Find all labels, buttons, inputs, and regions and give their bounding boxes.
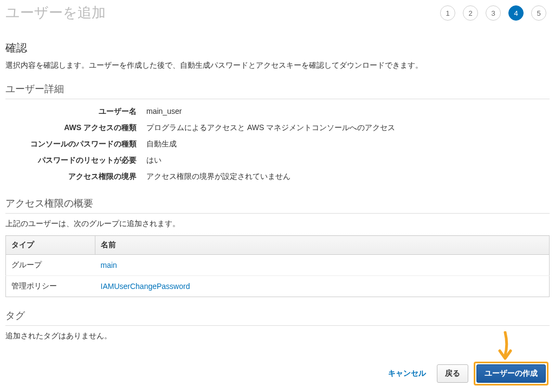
step-3[interactable]: 3 [486,5,501,21]
permissions-col-type: タイプ [6,236,95,255]
permissions-col-name: 名前 [95,236,550,255]
permissions-heading: アクセス権限の概要 [5,197,550,214]
step-2[interactable]: 2 [463,5,478,21]
detail-row-password-type: コンソールのパスワードの種類 自動生成 [5,136,550,152]
detail-row-username: ユーザー名 main_user [5,104,550,120]
detail-value: プログラムによるアクセスと AWS マネジメントコンソールへのアクセス [146,123,395,133]
confirm-description: 選択内容を確認します。ユーザーを作成した後で、自動生成パスワードとアクセスキーを… [5,61,550,70]
detail-label: コンソールのパスワードの種類 [5,139,146,149]
back-button[interactable]: 戻る [437,364,468,383]
detail-row-permission-boundary: アクセス権限の境界 アクセス権限の境界が設定されていません [5,169,550,185]
perm-name-link[interactable]: main [101,261,117,269]
tags-description: 追加されたタグはありません。 [5,331,550,341]
create-button-highlight: ユーザーの作成 [474,362,548,385]
table-row: 管理ポリシー IAMUserChangePassword [6,276,550,297]
permissions-description: 上記のユーザーは、次のグループに追加されます。 [5,219,550,229]
footer-actions: キャンセル 戻る ユーザーの作成 [383,362,548,385]
wizard-steps: 1 2 3 4 5 [440,3,550,21]
step-5[interactable]: 5 [531,5,546,21]
detail-label: ユーザー名 [5,107,146,117]
detail-value: アクセス権限の境界が設定されていません [146,172,291,182]
table-row: グループ main [6,255,550,276]
perm-type: グループ [6,255,95,276]
cancel-button[interactable]: キャンセル [383,364,431,383]
page-title: ユーザーを追加 [5,3,106,22]
detail-value: main_user [146,107,182,117]
perm-name-link[interactable]: IAMUserChangePassword [101,282,190,291]
detail-label: AWS アクセスの種類 [5,123,146,133]
detail-row-password-reset: パスワードのリセットが必要 はい [5,152,550,169]
user-details-heading: ユーザー詳細 [5,82,550,99]
permissions-table: タイプ 名前 グループ main 管理ポリシー IAMUserChangePas… [5,235,550,297]
user-details: ユーザー名 main_user AWS アクセスの種類 プログラムによるアクセス… [5,104,550,185]
tags-heading: タグ [5,309,550,326]
perm-type: 管理ポリシー [6,276,95,297]
detail-value: はい [146,156,162,165]
detail-label: アクセス権限の境界 [5,172,146,182]
confirm-heading: 確認 [5,41,550,55]
create-user-button[interactable]: ユーザーの作成 [476,364,546,383]
detail-row-access-type: AWS アクセスの種類 プログラムによるアクセスと AWS マネジメントコンソー… [5,120,550,136]
detail-label: パスワードのリセットが必要 [5,156,146,165]
step-1[interactable]: 1 [440,5,455,21]
detail-value: 自動生成 [146,139,177,149]
step-4[interactable]: 4 [508,5,524,21]
